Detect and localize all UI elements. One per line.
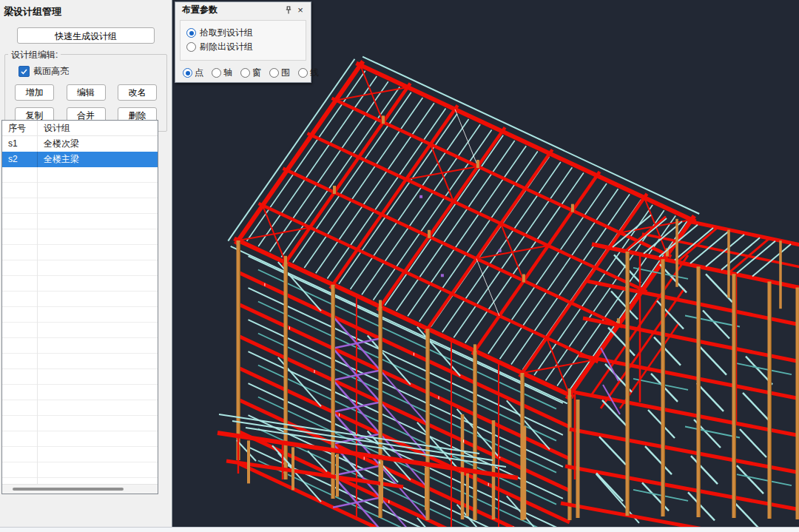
mode-option-1[interactable]: 剔除出设计组 (186, 41, 300, 53)
pick-option-label: 轴 (223, 67, 232, 79)
close-icon[interactable]: × (294, 4, 306, 16)
radio-icon (240, 68, 250, 78)
list-rows: s1全楼次梁s2全楼主梁 (2, 136, 158, 167)
row-name: 全楼主梁 (37, 152, 158, 167)
list-row-s1[interactable]: s1全楼次梁 (2, 136, 158, 152)
pick-option-4[interactable]: 线 (298, 67, 319, 79)
check-icon (21, 69, 27, 75)
pick-shape-row: 点轴窗围线 (183, 67, 308, 79)
list-hscrollbar[interactable] (2, 484, 158, 494)
edit-buttons-row1: 增加编辑改名 (15, 84, 157, 101)
layout-params-titlebar[interactable]: 布置参数 × (175, 2, 311, 18)
add-button[interactable]: 增加 (15, 84, 54, 101)
pick-option-0[interactable]: 点 (183, 67, 203, 79)
status-bar (0, 527, 799, 532)
pick-option-label: 线 (310, 67, 319, 79)
radio-icon (186, 28, 196, 38)
radio-icon (183, 68, 192, 78)
edit-button[interactable]: 编辑 (67, 84, 106, 101)
panel-title: 梁设计组管理 (0, 0, 172, 18)
hscrollbar-thumb[interactable] (13, 488, 124, 491)
pick-option-1[interactable]: 轴 (212, 67, 232, 79)
pick-option-label: 点 (195, 67, 203, 79)
pick-mode-group: 拾取到设计组剔除出设计组 (180, 20, 306, 61)
beam-design-group-panel: 梁设计组管理 快速生成设计组 设计组编辑: 截面高亮 增加编辑改名 复制合并删除… (0, 0, 172, 528)
row-name: 全楼次梁 (37, 136, 158, 152)
design-group-list[interactable]: 序号 设计组 s1全楼次梁s2全楼主梁 (1, 120, 158, 494)
quick-generate-button[interactable]: 快速生成设计组 (17, 27, 155, 44)
pick-option-3[interactable]: 围 (269, 67, 290, 79)
rename-button[interactable]: 改名 (118, 84, 157, 101)
pick-option-2[interactable]: 窗 (240, 67, 261, 79)
pick-option-label: 围 (281, 67, 290, 79)
row-id: s1 (2, 136, 37, 152)
dock-pin-icon[interactable] (283, 4, 294, 16)
radio-icon (298, 68, 308, 78)
column-header-id: 序号 (2, 121, 37, 135)
list-column-divider (37, 121, 38, 485)
mode-option-label: 剔除出设计组 (200, 41, 253, 53)
radio-icon (269, 68, 279, 78)
mode-option-label: 拾取到设计组 (200, 27, 253, 39)
column-header-name: 设计组 (37, 121, 158, 135)
mode-option-0[interactable]: 拾取到设计组 (186, 27, 300, 39)
radio-icon (212, 68, 221, 78)
list-header: 序号 设计组 (2, 121, 158, 136)
row-id: s2 (2, 152, 37, 167)
layout-params-panel: 布置参数 × 拾取到设计组剔除出设计组 点轴窗围线 (175, 1, 311, 83)
section-highlight-label: 截面高亮 (33, 65, 69, 78)
pick-option-label: 窗 (252, 67, 261, 79)
radio-icon (186, 42, 196, 52)
layout-params-title: 布置参数 (182, 4, 283, 16)
list-row-s2[interactable]: s2全楼主梁 (2, 152, 158, 167)
group-label: 设计组编辑: (8, 49, 61, 61)
section-highlight-checkbox[interactable] (18, 66, 30, 77)
